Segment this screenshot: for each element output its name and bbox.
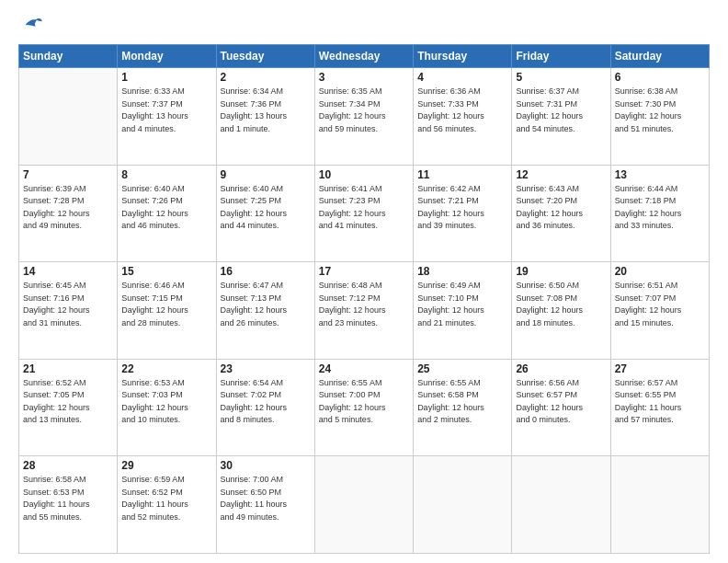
calendar-cell: 17Sunrise: 6:48 AM Sunset: 7:12 PM Dayli… <box>314 262 413 360</box>
calendar-cell: 12Sunrise: 6:43 AM Sunset: 7:20 PM Dayli… <box>512 165 610 262</box>
day-number: 22 <box>121 362 211 375</box>
day-number: 2 <box>221 71 311 84</box>
calendar-cell: 8Sunrise: 6:40 AM Sunset: 7:26 PM Daylig… <box>118 165 216 262</box>
day-number: 6 <box>615 71 705 84</box>
calendar-cell: 16Sunrise: 6:47 AM Sunset: 7:13 PM Dayli… <box>216 262 314 360</box>
day-info: Sunrise: 6:39 AM Sunset: 7:28 PM Dayligh… <box>23 183 113 233</box>
day-number: 9 <box>221 168 311 181</box>
page: SundayMondayTuesdayWednesdayThursdayFrid… <box>0 0 728 563</box>
day-info: Sunrise: 6:37 AM Sunset: 7:31 PM Dayligh… <box>516 86 606 135</box>
day-number: 29 <box>121 459 211 472</box>
day-info: Sunrise: 6:57 AM Sunset: 6:55 PM Dayligh… <box>615 377 705 427</box>
day-number: 19 <box>516 265 606 278</box>
calendar-cell <box>414 456 512 554</box>
day-number: 27 <box>615 362 705 375</box>
weekday-header: Friday <box>512 45 610 68</box>
calendar-cell <box>512 456 610 554</box>
calendar-week-row: 1Sunrise: 6:33 AM Sunset: 7:37 PM Daylig… <box>19 68 710 166</box>
day-info: Sunrise: 6:52 AM Sunset: 7:05 PM Dayligh… <box>23 377 113 427</box>
day-info: Sunrise: 6:35 AM Sunset: 7:34 PM Dayligh… <box>319 86 409 135</box>
day-info: Sunrise: 6:43 AM Sunset: 7:20 PM Dayligh… <box>516 183 606 233</box>
weekday-header: Sunday <box>19 45 118 68</box>
day-info: Sunrise: 6:36 AM Sunset: 7:33 PM Dayligh… <box>417 86 507 135</box>
day-info: Sunrise: 6:34 AM Sunset: 7:36 PM Dayligh… <box>221 86 311 135</box>
calendar-cell: 9Sunrise: 6:40 AM Sunset: 7:25 PM Daylig… <box>216 165 314 262</box>
day-number: 30 <box>221 459 311 472</box>
day-info: Sunrise: 6:45 AM Sunset: 7:16 PM Dayligh… <box>23 280 113 329</box>
day-number: 11 <box>417 168 507 181</box>
day-number: 21 <box>23 362 113 375</box>
calendar-cell: 27Sunrise: 6:57 AM Sunset: 6:55 PM Dayli… <box>610 359 709 456</box>
day-number: 4 <box>417 71 507 84</box>
day-number: 17 <box>319 265 409 278</box>
day-number: 18 <box>417 265 507 278</box>
day-info: Sunrise: 6:47 AM Sunset: 7:13 PM Dayligh… <box>221 280 311 329</box>
day-info: Sunrise: 6:59 AM Sunset: 6:52 PM Dayligh… <box>121 474 211 523</box>
day-number: 16 <box>221 265 311 278</box>
day-info: Sunrise: 6:49 AM Sunset: 7:10 PM Dayligh… <box>417 280 507 329</box>
day-number: 28 <box>23 459 113 472</box>
calendar-cell: 14Sunrise: 6:45 AM Sunset: 7:16 PM Dayli… <box>19 262 118 360</box>
calendar-cell: 22Sunrise: 6:53 AM Sunset: 7:03 PM Dayli… <box>118 359 216 456</box>
weekday-header: Monday <box>118 45 216 68</box>
calendar-cell: 28Sunrise: 6:58 AM Sunset: 6:53 PM Dayli… <box>19 456 118 554</box>
calendar-cell: 5Sunrise: 6:37 AM Sunset: 7:31 PM Daylig… <box>512 68 610 166</box>
calendar-cell: 30Sunrise: 7:00 AM Sunset: 6:50 PM Dayli… <box>216 456 314 554</box>
day-info: Sunrise: 6:33 AM Sunset: 7:37 PM Dayligh… <box>121 86 211 135</box>
day-number: 12 <box>516 168 606 181</box>
day-number: 15 <box>121 265 211 278</box>
calendar-week-row: 21Sunrise: 6:52 AM Sunset: 7:05 PM Dayli… <box>19 359 710 456</box>
calendar-cell: 1Sunrise: 6:33 AM Sunset: 7:37 PM Daylig… <box>118 68 216 166</box>
calendar-cell: 7Sunrise: 6:39 AM Sunset: 7:28 PM Daylig… <box>19 165 118 262</box>
day-info: Sunrise: 6:55 AM Sunset: 7:00 PM Dayligh… <box>319 377 409 427</box>
day-info: Sunrise: 6:40 AM Sunset: 7:26 PM Dayligh… <box>121 183 211 233</box>
day-info: Sunrise: 6:44 AM Sunset: 7:18 PM Dayligh… <box>615 183 705 233</box>
calendar-cell: 10Sunrise: 6:41 AM Sunset: 7:23 PM Dayli… <box>314 165 413 262</box>
weekday-header: Wednesday <box>314 45 413 68</box>
day-info: Sunrise: 6:48 AM Sunset: 7:12 PM Dayligh… <box>319 280 409 329</box>
calendar-cell: 2Sunrise: 6:34 AM Sunset: 7:36 PM Daylig… <box>216 68 314 166</box>
calendar-cell: 19Sunrise: 6:50 AM Sunset: 7:08 PM Dayli… <box>512 262 610 360</box>
calendar-cell: 21Sunrise: 6:52 AM Sunset: 7:05 PM Dayli… <box>19 359 118 456</box>
header <box>18 15 710 35</box>
day-number: 5 <box>516 71 606 84</box>
day-number: 10 <box>319 168 409 181</box>
day-number: 25 <box>417 362 507 375</box>
day-info: Sunrise: 6:53 AM Sunset: 7:03 PM Dayligh… <box>121 377 211 427</box>
calendar-header-row: SundayMondayTuesdayWednesdayThursdayFrid… <box>19 45 710 68</box>
calendar-cell: 20Sunrise: 6:51 AM Sunset: 7:07 PM Dayli… <box>610 262 709 360</box>
day-info: Sunrise: 6:54 AM Sunset: 7:02 PM Dayligh… <box>221 377 311 427</box>
logo-icon <box>18 15 44 35</box>
day-number: 20 <box>615 265 705 278</box>
calendar-cell: 11Sunrise: 6:42 AM Sunset: 7:21 PM Dayli… <box>414 165 512 262</box>
calendar-cell: 13Sunrise: 6:44 AM Sunset: 7:18 PM Dayli… <box>610 165 709 262</box>
day-info: Sunrise: 6:46 AM Sunset: 7:15 PM Dayligh… <box>121 280 211 329</box>
calendar-cell: 6Sunrise: 6:38 AM Sunset: 7:30 PM Daylig… <box>610 68 709 166</box>
day-info: Sunrise: 6:38 AM Sunset: 7:30 PM Dayligh… <box>615 86 705 135</box>
calendar-week-row: 7Sunrise: 6:39 AM Sunset: 7:28 PM Daylig… <box>19 165 710 262</box>
calendar-cell <box>610 456 709 554</box>
calendar-cell <box>314 456 413 554</box>
weekday-header: Saturday <box>610 45 709 68</box>
calendar-cell: 24Sunrise: 6:55 AM Sunset: 7:00 PM Dayli… <box>314 359 413 456</box>
day-number: 23 <box>221 362 311 375</box>
day-info: Sunrise: 6:40 AM Sunset: 7:25 PM Dayligh… <box>221 183 311 233</box>
weekday-header: Tuesday <box>216 45 314 68</box>
calendar-cell: 26Sunrise: 6:56 AM Sunset: 6:57 PM Dayli… <box>512 359 610 456</box>
day-number: 14 <box>23 265 113 278</box>
weekday-header: Thursday <box>414 45 512 68</box>
day-info: Sunrise: 6:41 AM Sunset: 7:23 PM Dayligh… <box>319 183 409 233</box>
calendar-cell: 25Sunrise: 6:55 AM Sunset: 6:58 PM Dayli… <box>414 359 512 456</box>
calendar-cell: 23Sunrise: 6:54 AM Sunset: 7:02 PM Dayli… <box>216 359 314 456</box>
day-number: 26 <box>516 362 606 375</box>
calendar-week-row: 28Sunrise: 6:58 AM Sunset: 6:53 PM Dayli… <box>19 456 710 554</box>
day-number: 1 <box>121 71 211 84</box>
calendar-cell: 3Sunrise: 6:35 AM Sunset: 7:34 PM Daylig… <box>314 68 413 166</box>
calendar-cell <box>19 68 118 166</box>
day-info: Sunrise: 7:00 AM Sunset: 6:50 PM Dayligh… <box>221 474 311 523</box>
calendar-week-row: 14Sunrise: 6:45 AM Sunset: 7:16 PM Dayli… <box>19 262 710 360</box>
calendar-cell: 18Sunrise: 6:49 AM Sunset: 7:10 PM Dayli… <box>414 262 512 360</box>
calendar-table: SundayMondayTuesdayWednesdayThursdayFrid… <box>18 44 710 554</box>
day-number: 3 <box>319 71 409 84</box>
day-info: Sunrise: 6:51 AM Sunset: 7:07 PM Dayligh… <box>615 280 705 329</box>
